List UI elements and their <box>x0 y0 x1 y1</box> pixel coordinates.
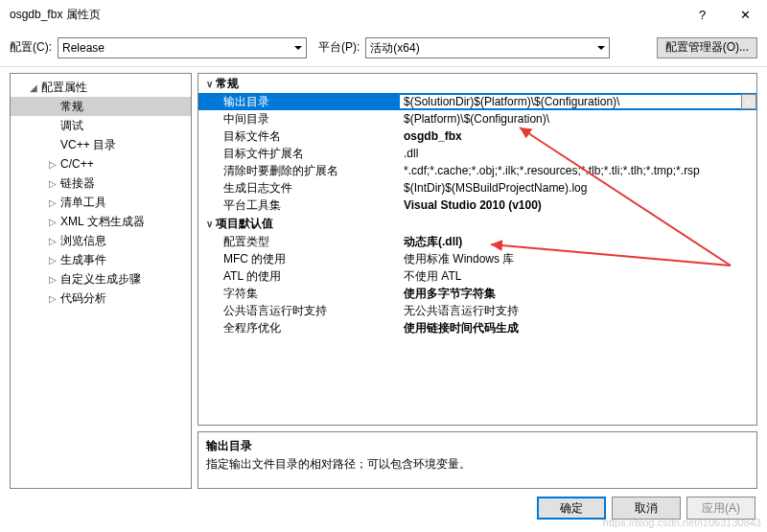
tree-item[interactable]: VC++ 目录 <box>11 135 191 154</box>
property-name: 配置类型 <box>198 234 400 250</box>
property-value[interactable]: .dll <box>400 147 756 160</box>
property-value[interactable]: $(SolutionDir)$(Platform)\$(Configuratio… <box>400 95 741 108</box>
expand-icon[interactable]: ▷ <box>47 236 58 246</box>
property-row[interactable]: 全程序优化使用链接时间代码生成 <box>198 319 756 336</box>
expand-icon[interactable]: ▷ <box>47 274 58 285</box>
property-value[interactable]: *.cdf;*.cache;*.obj;*.ilk;*.resources;*.… <box>400 164 756 177</box>
description-text: 指定输出文件目录的相对路径；可以包含环境变量。 <box>206 456 749 473</box>
property-row[interactable]: 目标文件名osgdb_fbx <box>198 127 756 145</box>
tree-item[interactable]: ▷链接器 <box>11 173 191 193</box>
property-name: 全程序优化 <box>198 320 400 336</box>
tree-item-label: 代码分析 <box>58 290 106 307</box>
tree-item[interactable]: ▷生成事件 <box>11 250 191 269</box>
property-row[interactable]: 配置类型动态库(.dll) <box>198 233 756 250</box>
property-row[interactable]: ATL 的使用不使用 ATL <box>198 267 756 285</box>
platform-select[interactable]: 活动(x64) <box>365 37 610 58</box>
tree-item[interactable]: ▷C/C++ <box>11 154 191 173</box>
watermark: https://blog.csdn.net/l1063130843 <box>603 517 761 528</box>
tree-item-label: 清单工具 <box>58 195 106 211</box>
tree-item-label: XML 文档生成器 <box>58 214 145 230</box>
ok-button[interactable]: 确定 <box>537 497 606 520</box>
dropdown-icon[interactable]: ⌄ <box>741 94 756 109</box>
help-button[interactable]: ? <box>681 0 724 29</box>
config-select[interactable]: Release <box>58 37 307 58</box>
tree-item-label: 调试 <box>58 118 83 134</box>
window-title: osgdb_fbx 属性页 <box>10 7 681 23</box>
tree-item-label: 生成事件 <box>58 252 106 268</box>
property-name: 生成日志文件 <box>198 180 400 197</box>
property-value[interactable]: Visual Studio 2010 (v100) <box>400 198 756 212</box>
property-value[interactable]: $(IntDir)$(MSBuildProjectName).log <box>400 181 756 195</box>
tree-item-label: 链接器 <box>58 175 95 192</box>
platform-label: 平台(P): <box>318 39 360 56</box>
tree-item[interactable]: ▷清单工具 <box>11 193 191 212</box>
config-label: 配置(C): <box>10 39 52 56</box>
tree-item[interactable]: 常规 <box>11 97 191 116</box>
property-value[interactable]: 动态库(.dll) <box>400 234 756 250</box>
property-row[interactable]: 目标文件扩展名.dll <box>198 145 756 162</box>
close-button[interactable]: ✕ <box>724 0 767 29</box>
property-row[interactable]: 字符集使用多字节字符集 <box>198 285 756 302</box>
property-value[interactable]: 使用标准 Windows 库 <box>400 251 756 267</box>
tree-item[interactable]: ▷代码分析 <box>11 289 191 308</box>
property-name: 公共语言运行时支持 <box>198 303 400 319</box>
tree-item-label: 浏览信息 <box>58 233 106 249</box>
property-row[interactable]: 生成日志文件$(IntDir)$(MSBuildProjectName).log <box>198 179 756 197</box>
property-row[interactable]: 中间目录$(Platform)\$(Configuration)\ <box>198 110 756 127</box>
property-row[interactable]: 平台工具集Visual Studio 2010 (v100) <box>198 197 756 214</box>
category-defaults[interactable]: ∨ 项目默认值 <box>198 214 756 233</box>
tree-item[interactable]: ▷自定义生成步骤 <box>11 269 191 289</box>
property-name: ATL 的使用 <box>198 268 400 285</box>
property-value[interactable]: 使用多字节字符集 <box>400 286 756 302</box>
tree-item-label: 常规 <box>58 99 83 115</box>
property-name: 目标文件扩展名 <box>198 146 400 162</box>
config-manager-button[interactable]: 配置管理器(O)... <box>657 37 757 58</box>
property-value[interactable]: $(Platform)\$(Configuration)\ <box>400 112 756 126</box>
tree-item-label: C/C++ <box>58 157 94 171</box>
nav-tree[interactable]: ◢ 配置属性 常规调试VC++ 目录▷C/C++▷链接器▷清单工具▷XML 文档… <box>10 73 192 489</box>
property-name: 输出目录 <box>198 94 400 110</box>
expand-icon[interactable]: ▷ <box>47 293 58 304</box>
expand-icon[interactable]: ▷ <box>47 197 58 208</box>
property-name: 平台工具集 <box>198 197 400 214</box>
property-value[interactable]: osgdb_fbx <box>400 129 756 143</box>
property-name: 清除时要删除的扩展名 <box>198 163 400 179</box>
tree-item-label: 自定义生成步骤 <box>58 271 141 288</box>
property-name: 字符集 <box>198 286 400 302</box>
property-name: 目标文件名 <box>198 128 400 145</box>
expand-icon[interactable]: ▷ <box>47 159 58 170</box>
collapse-icon[interactable]: ◢ <box>28 82 39 93</box>
property-name: 中间目录 <box>198 111 400 127</box>
category-general[interactable]: ∨ 常规 <box>198 74 756 93</box>
collapse-icon[interactable]: ∨ <box>202 79 216 89</box>
property-row[interactable]: 公共语言运行时支持无公共语言运行时支持 <box>198 302 756 319</box>
description-panel: 输出目录 指定输出文件目录的相对路径；可以包含环境变量。 <box>198 431 757 489</box>
property-row[interactable]: 输出目录$(SolutionDir)$(Platform)\$(Configur… <box>198 93 756 110</box>
property-row[interactable]: 清除时要删除的扩展名*.cdf;*.cache;*.obj;*.ilk;*.re… <box>198 162 756 179</box>
expand-icon[interactable]: ▷ <box>47 217 58 227</box>
property-value[interactable]: 使用链接时间代码生成 <box>400 320 756 336</box>
tree-item[interactable]: 调试 <box>11 116 191 135</box>
tree-root[interactable]: ◢ 配置属性 <box>11 78 191 97</box>
tree-item[interactable]: ▷XML 文档生成器 <box>11 212 191 231</box>
expand-icon[interactable]: ▷ <box>47 255 58 266</box>
property-row[interactable]: MFC 的使用使用标准 Windows 库 <box>198 250 756 267</box>
expand-icon[interactable]: ▷ <box>47 178 58 189</box>
property-value[interactable]: 不使用 ATL <box>400 268 756 285</box>
description-title: 输出目录 <box>206 438 749 454</box>
collapse-icon[interactable]: ∨ <box>202 219 216 229</box>
property-grid[interactable]: ∨ 常规 输出目录$(SolutionDir)$(Platform)\$(Con… <box>198 73 757 426</box>
property-value[interactable]: 无公共语言运行时支持 <box>400 303 756 319</box>
tree-item-label: VC++ 目录 <box>58 137 116 153</box>
property-name: MFC 的使用 <box>198 251 400 267</box>
tree-item[interactable]: ▷浏览信息 <box>11 231 191 250</box>
